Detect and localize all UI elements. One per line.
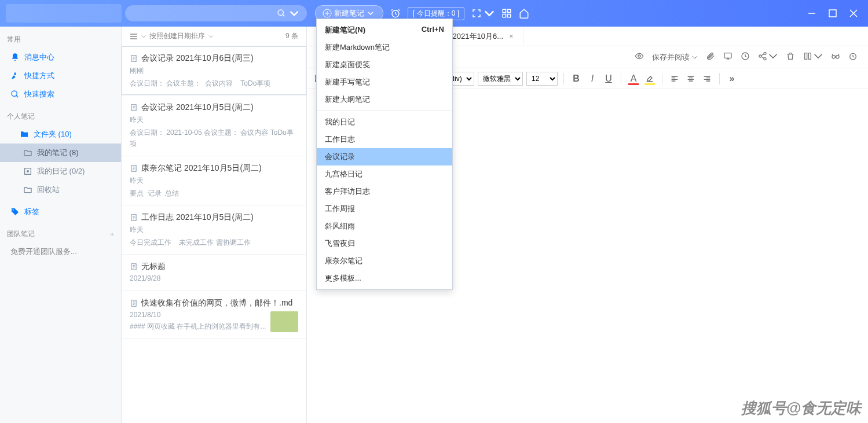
sidebar: 常用 消息中心 快捷方式 快速搜索 个人笔记 文件夹 (10) 我的笔记 (8)… (0, 27, 122, 423)
svg-rect-5 (508, 9, 511, 12)
dropdown-item[interactable]: 新建桌面便笺 (317, 56, 452, 73)
add-team-button[interactable]: + (110, 230, 114, 238)
sidebar-item-team-promo[interactable]: 免费开通团队服务... (0, 242, 121, 261)
close-button[interactable] (849, 9, 858, 17)
svg-line-11 (16, 95, 18, 97)
svg-line-1 (283, 14, 284, 16)
dropdown-item[interactable]: 康奈尔笔记 (317, 252, 452, 270)
dropdown-item[interactable]: 工作周报 (317, 200, 452, 218)
dropdown-item[interactable]: 斜风细雨 (317, 218, 452, 235)
bell-icon (10, 53, 20, 62)
apps-icon[interactable] (501, 8, 512, 19)
dropdown-item[interactable]: 我的日记 (317, 113, 452, 131)
note-count: 9 条 (285, 31, 298, 41)
alarm-icon[interactable] (390, 8, 401, 19)
note-list-item[interactable]: 康奈尔笔记 2021年10月5日(周二) 昨天 要点 ​ 记录 ​ 总结 ​ (122, 156, 306, 205)
note-thumbnail (270, 311, 298, 332)
note-list-item[interactable]: 无标题 2021/9/28 (122, 255, 306, 291)
history-icon[interactable] (741, 52, 750, 62)
dropdown-item[interactable]: 更多模板... (317, 270, 452, 287)
reading-mode-icon[interactable] (803, 52, 823, 62)
maximize-button[interactable] (829, 9, 837, 17)
sidebar-section-team: 团队笔记 + (0, 226, 121, 242)
underline-icon[interactable]: U (602, 72, 615, 85)
new-note-label: 新建笔记 (334, 8, 364, 19)
svg-point-23 (764, 52, 766, 54)
note-title: 快速收集有价值的网页，微博，邮件！.md (130, 298, 298, 308)
note-title: 工作日志 2021年10月5日(周二) (130, 212, 298, 223)
svg-point-25 (764, 58, 766, 60)
list-header: 按照创建日期排序 9 条 (122, 27, 306, 46)
folder-outline-icon (23, 148, 32, 157)
folder-outline-icon (23, 185, 32, 194)
dropdown-item[interactable]: 会议记录 (317, 148, 452, 165)
alarm-icon[interactable] (848, 52, 858, 62)
fontsize-select[interactable]: 12 (526, 72, 558, 86)
text-color-icon[interactable]: A (627, 72, 640, 85)
chevron-down-icon (290, 9, 299, 18)
align-center-icon[interactable] (684, 72, 697, 85)
svg-point-0 (278, 10, 283, 15)
folder-icon (20, 130, 29, 139)
fullscreen-icon[interactable] (471, 8, 495, 19)
sidebar-item-recycle[interactable]: 回收站 (0, 181, 121, 199)
overflow-icon[interactable]: » (726, 72, 738, 85)
note-preview: 今日完成工作 ​ ​ ​ 未完成工作 需协调工作 ​ ​ ​ (130, 237, 298, 248)
plus-circle-icon (323, 9, 332, 18)
bold-icon[interactable]: B (570, 72, 583, 85)
chevron-down-icon (208, 34, 213, 39)
note-list-item[interactable]: 会议记录 2021年10月6日(周三) 刚刚 会议日期： 会议主题： ​ 会议内… (122, 46, 306, 95)
comment-icon[interactable] (723, 52, 733, 62)
delete-icon[interactable] (786, 52, 795, 62)
search-box[interactable] (125, 5, 307, 21)
note-list-item[interactable]: 工作日志 2021年10月5日(周二) 昨天 今日完成工作 ​ ​ ​ 未完成工… (122, 205, 306, 255)
sidebar-item-quicksearch[interactable]: 快速搜索 (0, 85, 121, 104)
rocket-icon (10, 71, 20, 80)
diary-icon (23, 167, 32, 176)
attachment-icon[interactable] (706, 52, 715, 62)
italic-icon[interactable]: I (586, 72, 599, 85)
note-list-item[interactable]: 快速收集有价值的网页，微博，邮件！.md 2021/8/10 #### 网页收藏… (122, 291, 306, 339)
svg-point-27 (836, 56, 839, 58)
sidebar-item-mynotes[interactable]: 我的笔记 (8) (0, 144, 121, 162)
share-icon[interactable] (758, 52, 778, 62)
app-logo (6, 4, 122, 23)
dropdown-item[interactable]: 工作日志 (317, 131, 452, 148)
svg-point-21 (638, 55, 640, 57)
minimize-button[interactable] (808, 9, 816, 17)
svg-rect-22 (724, 53, 731, 58)
note-preview: 会议日期： 会议主题： ​ 会议内容 ​ ​ ​ ToDo事项 (130, 78, 298, 89)
sidebar-item-folders[interactable]: 文件夹 (10) (0, 125, 121, 144)
sidebar-item-tags[interactable]: 标签 (0, 203, 121, 221)
dropdown-item[interactable]: 新建大纲笔记 (317, 91, 452, 108)
dropdown-item[interactable]: 客户拜访日志 (317, 183, 452, 200)
font-select[interactable]: 微软雅黑 (478, 72, 523, 86)
sort-dropdown[interactable]: 按照创建日期排序 (130, 31, 213, 41)
svg-rect-9 (829, 10, 836, 17)
svg-rect-7 (508, 14, 511, 17)
highlight-icon[interactable] (643, 72, 656, 85)
svg-point-26 (832, 56, 835, 58)
sidebar-item-shortcuts[interactable]: 快捷方式 (0, 67, 121, 85)
save-and-read-button[interactable]: 保存并阅读 (652, 52, 698, 62)
svg-point-10 (12, 91, 17, 96)
dropdown-item[interactable]: 新建Markdown笔记 (317, 39, 452, 56)
sidebar-item-messages[interactable]: 消息中心 (0, 48, 121, 67)
dropdown-item[interactable]: 新建笔记(N)Ctrl+N (317, 21, 452, 39)
dropdown-item[interactable]: 九宫格日记 (317, 165, 452, 183)
close-icon[interactable]: × (503, 32, 514, 41)
note-list[interactable]: 会议记录 2021年10月6日(周三) 刚刚 会议日期： 会议主题： ​ 会议内… (122, 46, 306, 423)
align-left-icon[interactable] (668, 72, 681, 85)
note-date: 2021/9/28 (130, 274, 298, 282)
glasses-icon[interactable] (831, 52, 840, 62)
note-date: 昨天 (130, 176, 298, 186)
window-controls (808, 9, 862, 17)
dropdown-item[interactable]: 新建手写笔记 (317, 73, 452, 91)
note-list-item[interactable]: 会议记录 2021年10月5日(周二) 昨天 会议日期： 2021-10-05 … (122, 95, 306, 156)
sidebar-item-mydiary[interactable]: 我的日记 (0/2) (0, 162, 121, 181)
dropdown-item[interactable]: 飞雪夜归 (317, 235, 452, 252)
note-title: 会议记录 2021年10月6日(周三) (130, 53, 298, 64)
chevron-down-icon (141, 34, 146, 39)
align-right-icon[interactable] (701, 72, 713, 85)
home-icon[interactable] (519, 8, 529, 19)
